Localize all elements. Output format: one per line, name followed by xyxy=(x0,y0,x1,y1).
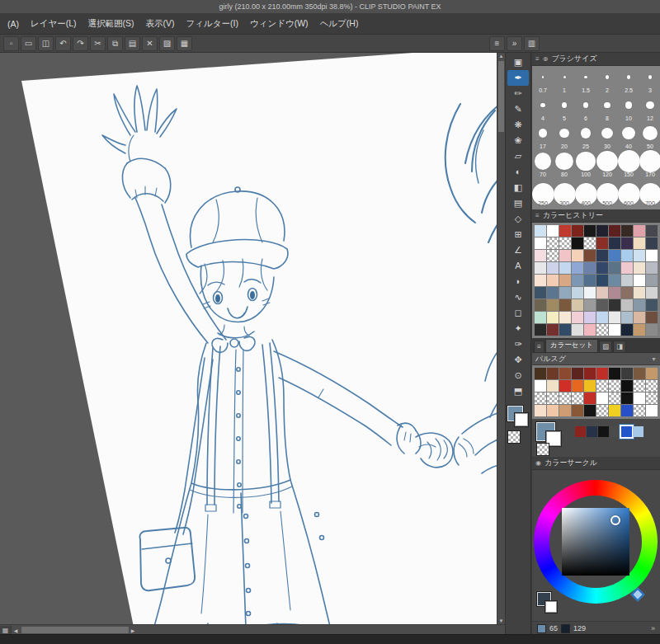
color-swatch[interactable] xyxy=(610,426,620,437)
airbrush-tool[interactable]: ❋ xyxy=(507,117,529,133)
brush-size-cell[interactable]: 0.7 xyxy=(532,68,554,96)
color-swatch[interactable] xyxy=(609,393,620,404)
color-wheel[interactable] xyxy=(534,480,658,604)
color-swatch[interactable] xyxy=(535,237,546,249)
color-swatch[interactable] xyxy=(634,380,645,392)
color-swatch[interactable] xyxy=(572,312,583,323)
color-swatch[interactable] xyxy=(559,237,571,249)
color-swatch[interactable] xyxy=(621,225,633,237)
color-swatch[interactable] xyxy=(572,299,583,311)
color-swatch[interactable] xyxy=(584,368,596,379)
color-swatch[interactable] xyxy=(559,324,571,336)
brush-size-cell[interactable]: 700 xyxy=(639,180,660,208)
cut-button[interactable]: ✂ xyxy=(90,36,106,51)
color-swatch[interactable] xyxy=(547,299,559,311)
color-swatch[interactable] xyxy=(584,393,596,404)
undo-button[interactable]: ↶ xyxy=(55,36,71,51)
color-swatch[interactable] xyxy=(547,225,559,237)
color-swatch[interactable] xyxy=(572,393,583,404)
brush-tool[interactable]: ✎ xyxy=(507,101,529,117)
menu-item-4[interactable]: 表示(V) xyxy=(140,15,181,33)
gradient-tool[interactable]: ▤ xyxy=(507,195,529,211)
panel-menu-icon[interactable]: ≡ xyxy=(535,55,540,63)
pen-tool[interactable]: ✒ xyxy=(507,70,529,86)
brush-size-cell[interactable]: 6 xyxy=(575,96,596,124)
color-swatch[interactable] xyxy=(575,426,586,437)
color-swatch[interactable] xyxy=(646,380,658,392)
fill-tool[interactable]: ◧ xyxy=(507,180,529,195)
brush-size-cell[interactable]: 8 xyxy=(596,96,618,124)
color-swatch[interactable] xyxy=(559,380,571,392)
color-swatch[interactable] xyxy=(609,312,620,323)
color-swatch[interactable] xyxy=(609,287,620,298)
frame-border-tool[interactable]: ⊞ xyxy=(507,227,529,242)
new-file-button[interactable]: ▫ xyxy=(3,36,19,51)
color-swatch[interactable] xyxy=(596,380,608,392)
color-swatch[interactable] xyxy=(559,312,571,323)
zoom-tool[interactable]: ⊙ xyxy=(507,368,529,383)
decoration-tool[interactable]: ❀ xyxy=(507,133,529,148)
vertical-scroll-thumb[interactable] xyxy=(498,61,504,132)
menu-item-6[interactable]: ウィンドウ(W) xyxy=(244,15,314,33)
color-swatch[interactable] xyxy=(609,368,620,379)
color-swatch[interactable] xyxy=(621,250,633,261)
color-swatch[interactable] xyxy=(547,368,559,379)
tab-color-set[interactable]: カラーセット xyxy=(545,339,598,352)
color-swatch[interactable] xyxy=(535,380,546,392)
color-swatch[interactable] xyxy=(596,225,608,237)
brush-size-cell[interactable]: 10 xyxy=(618,96,639,124)
scroll-up-icon[interactable]: ▲ xyxy=(497,53,505,60)
color-swatch[interactable] xyxy=(572,275,583,286)
color-swatch[interactable] xyxy=(559,275,571,286)
color-swatch[interactable] xyxy=(621,312,633,323)
color-swatch[interactable] xyxy=(646,368,658,379)
color-swatch[interactable] xyxy=(609,262,620,274)
color-swatch[interactable] xyxy=(559,393,571,404)
color-swatch[interactable] xyxy=(584,237,596,249)
canvas-area[interactable]: ▲ ▼ ▦ ◀ ▶ xyxy=(0,53,505,635)
brush-size-cell[interactable]: 2.5 xyxy=(618,68,639,96)
scroll-right-icon[interactable]: ▶ xyxy=(129,628,137,633)
color-swatch[interactable] xyxy=(572,405,583,416)
color-swatch[interactable] xyxy=(609,237,620,249)
color-swatch[interactable] xyxy=(609,275,620,286)
color-swatch[interactable] xyxy=(584,405,596,416)
color-swatch[interactable] xyxy=(584,262,596,274)
color-swatch[interactable] xyxy=(621,287,633,298)
color-swatch[interactable] xyxy=(535,287,546,298)
color-swatch[interactable] xyxy=(559,250,571,261)
menu-item-1[interactable]: (A) xyxy=(2,16,25,32)
fill-button[interactable]: ▨ xyxy=(159,36,175,51)
color-swatch[interactable] xyxy=(634,299,645,311)
brush-size-cell[interactable]: 12 xyxy=(639,96,660,124)
color-swatch[interactable] xyxy=(621,299,633,311)
sv-picker-dot[interactable] xyxy=(610,515,620,525)
tab-color-set-alt2-icon[interactable]: ◨ xyxy=(613,341,626,352)
clear-button[interactable]: ✕ xyxy=(142,36,158,51)
canvas-artwork[interactable] xyxy=(0,53,505,635)
panel-menu-icon[interactable]: ≡ xyxy=(535,212,540,219)
color-swatch[interactable] xyxy=(634,405,645,416)
color-swatch[interactable] xyxy=(535,324,546,336)
workspace-icon[interactable]: ▥ xyxy=(524,36,540,51)
figure-tool[interactable]: ◇ xyxy=(507,211,529,227)
brush-size-cell[interactable]: 70 xyxy=(532,152,554,180)
color-swatch[interactable] xyxy=(547,393,559,404)
color-swatch[interactable] xyxy=(634,262,645,274)
color-swatch[interactable] xyxy=(634,250,645,261)
color-swatch[interactable] xyxy=(584,275,596,286)
color-swatch[interactable] xyxy=(646,262,658,274)
brush-size-cell[interactable]: 100 xyxy=(575,152,596,180)
brush-size-cell[interactable]: 4 xyxy=(532,96,554,124)
color-swatch[interactable] xyxy=(572,237,583,249)
color-swatch[interactable] xyxy=(587,426,597,437)
color-swatch[interactable] xyxy=(596,262,608,274)
color-swatch[interactable] xyxy=(596,405,608,416)
color-swatch[interactable] xyxy=(634,368,645,379)
color-swatch[interactable] xyxy=(621,426,632,437)
color-swatch[interactable] xyxy=(646,324,658,336)
color-swatch[interactable] xyxy=(609,380,620,392)
menu-item-5[interactable]: フィルター(I) xyxy=(181,15,244,33)
balloon-tool[interactable]: ◗ xyxy=(507,274,529,289)
color-swatch[interactable] xyxy=(584,225,596,237)
